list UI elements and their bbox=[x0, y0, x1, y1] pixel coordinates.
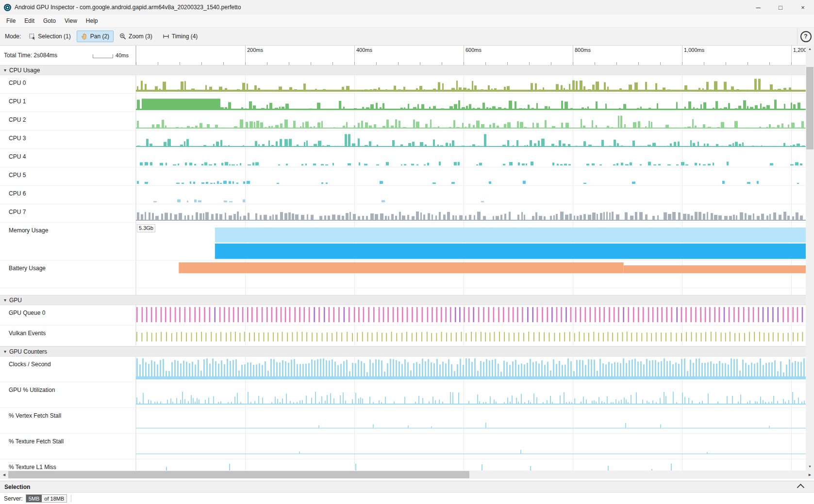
window-title: Android GPU Inspector - com.google.andro… bbox=[15, 4, 241, 11]
track-row-cpu-2: CPU 2 bbox=[0, 112, 806, 130]
horizontal-scroll-thumb[interactable] bbox=[8, 471, 469, 478]
menu-file[interactable]: File bbox=[2, 15, 20, 27]
timing-icon bbox=[163, 33, 169, 40]
section-header-gpu[interactable]: ▾GPU bbox=[0, 295, 806, 305]
mode-buttons: Selection (1)Pan (2)Zoom (3)Timing (4) bbox=[25, 31, 203, 42]
pan-mode-button[interactable]: Pan (2) bbox=[77, 31, 114, 42]
menu-goto[interactable]: Goto bbox=[39, 15, 60, 27]
tool-button-label: Timing (4) bbox=[172, 33, 198, 40]
pan-icon bbox=[81, 33, 88, 40]
app-logo-icon bbox=[4, 4, 11, 11]
track-name: CPU 5 bbox=[9, 172, 26, 179]
section-label: GPU Counters bbox=[9, 348, 47, 355]
spacer-label-cell bbox=[0, 288, 136, 295]
track-name: Battery Usage bbox=[9, 265, 46, 272]
menu-help[interactable]: Help bbox=[82, 15, 102, 27]
ruler-area[interactable]: 200ms400ms600ms800ms1,000ms1,200ms bbox=[136, 46, 806, 65]
track-label-battery-usage: Battery Usage bbox=[0, 260, 136, 288]
server-label: Server: bbox=[4, 495, 23, 502]
zoom-mode-button[interactable]: Zoom (3) bbox=[115, 31, 157, 42]
menu-edit[interactable]: Edit bbox=[20, 15, 39, 27]
selection-panel-title: Selection bbox=[4, 484, 30, 490]
minimize-button[interactable]: ─ bbox=[747, 0, 769, 15]
track-label-vulkan-events: Vulkan Events bbox=[0, 325, 136, 346]
track-chart-gpu-queue-0[interactable] bbox=[136, 305, 806, 325]
track-chart-battery-usage[interactable] bbox=[136, 260, 806, 288]
track-chart-vertex-fetch-stall[interactable] bbox=[136, 408, 806, 433]
horizontal-scroll-track[interactable] bbox=[8, 471, 806, 479]
maximize-button[interactable]: □ bbox=[769, 0, 792, 15]
track-label-gpu-queue-0: GPU Queue 0 bbox=[0, 305, 136, 325]
track-chart-clocks-second[interactable] bbox=[136, 357, 806, 382]
spacer-chart bbox=[136, 288, 806, 295]
memory-used-segment: 5MB bbox=[26, 495, 42, 502]
scroll-up-arrow-icon[interactable]: ▲ bbox=[806, 45, 814, 53]
track-label-vertex-fetch-stall: % Vertex Fetch Stall bbox=[0, 408, 136, 433]
track-row-cpu-0: CPU 0 bbox=[0, 75, 806, 94]
track-chart-cpu-5[interactable] bbox=[136, 167, 806, 185]
track-chart-texture-fetch-stall[interactable] bbox=[136, 434, 806, 459]
track-label-cpu-6: CPU 6 bbox=[0, 186, 136, 204]
track-chart-cpu-0[interactable] bbox=[136, 75, 806, 93]
track-name: Memory Usage bbox=[9, 227, 48, 234]
track-chart-gpu-utilization[interactable] bbox=[136, 382, 806, 407]
track-label-cpu-5: CPU 5 bbox=[0, 167, 136, 185]
track-chart-texture-l1-miss[interactable] bbox=[136, 459, 806, 471]
menu-bar: FileEditGotoViewHelp bbox=[0, 15, 814, 28]
server-memory-badge: 5MB of 18MB bbox=[26, 494, 67, 503]
track-row-vertex-fetch-stall: % Vertex Fetch Stall bbox=[0, 408, 806, 434]
selection-panel-header[interactable]: Selection bbox=[0, 481, 814, 492]
track-chart-memory-usage[interactable]: 5.3Gb bbox=[136, 223, 806, 260]
ruler-tick-label: 200ms bbox=[247, 47, 263, 53]
section-label: GPU bbox=[9, 297, 22, 304]
scroll-left-arrow-icon[interactable]: ◀ bbox=[0, 471, 8, 479]
help-button[interactable]: ? bbox=[797, 28, 814, 45]
section-header-gpu-counters[interactable]: ▾GPU Counters bbox=[0, 346, 806, 357]
track-name: CPU 7 bbox=[9, 209, 26, 215]
vertical-scrollbar[interactable]: ▲ ▼ bbox=[806, 45, 814, 471]
chevron-up-icon[interactable] bbox=[797, 484, 805, 491]
section-header-cpu-usage[interactable]: ▾CPU Usage bbox=[0, 65, 806, 75]
app-window: Android GPU Inspector - com.google.andro… bbox=[0, 0, 814, 504]
track-row-cpu-7: CPU 7 bbox=[0, 204, 806, 223]
scroll-down-arrow-icon[interactable]: ▼ bbox=[806, 462, 814, 471]
track-chart-cpu-6[interactable] bbox=[136, 186, 806, 204]
total-time-panel: Total Time: 2s084ms 40ms bbox=[0, 46, 136, 65]
track-row-vulkan-events: Vulkan Events bbox=[0, 325, 806, 346]
timing-mode-button[interactable]: Timing (4) bbox=[158, 31, 202, 42]
track-chart-cpu-2[interactable] bbox=[136, 112, 806, 130]
vertical-scroll-thumb[interactable] bbox=[806, 67, 814, 149]
horizontal-scrollbar[interactable]: ◀ ▶ bbox=[0, 471, 814, 479]
menu-view[interactable]: View bbox=[60, 15, 82, 27]
memory-value-label: 5.3Gb bbox=[137, 224, 155, 232]
track-row-gpu-queue-0: GPU Queue 0 bbox=[0, 305, 806, 325]
track-row-battery-usage: Battery Usage bbox=[0, 260, 806, 288]
track-row-clocks-second: Clocks / Second bbox=[0, 357, 806, 382]
track-label-gpu-utilization: GPU % Utilization bbox=[0, 382, 136, 407]
track-chart-cpu-3[interactable] bbox=[136, 130, 806, 148]
close-button[interactable]: × bbox=[792, 0, 814, 15]
track-label-cpu-2: CPU 2 bbox=[0, 112, 136, 130]
track-name: CPU 0 bbox=[9, 80, 26, 86]
track-chart-cpu-7[interactable] bbox=[136, 204, 806, 222]
track-label-memory-usage: Memory Usage bbox=[0, 223, 136, 260]
collapse-caret-icon: ▾ bbox=[4, 68, 6, 73]
statusbar-separator bbox=[71, 495, 71, 502]
track-row-cpu-6: CPU 6 bbox=[0, 186, 806, 204]
track-name: % Texture Fetch Stall bbox=[9, 438, 64, 445]
track-chart-cpu-1[interactable] bbox=[136, 94, 806, 112]
collapse-caret-icon: ▾ bbox=[4, 349, 6, 354]
help-icon: ? bbox=[800, 31, 812, 42]
track-label-texture-fetch-stall: % Texture Fetch Stall bbox=[0, 434, 136, 459]
ruler-tick-label: 600ms bbox=[465, 47, 482, 53]
collapse-caret-icon: ▾ bbox=[4, 298, 6, 303]
scroll-right-arrow-icon[interactable]: ▶ bbox=[806, 471, 814, 479]
tool-button-label: Pan (2) bbox=[90, 33, 109, 40]
track-row-gpu-utilization: GPU % Utilization bbox=[0, 382, 806, 408]
selection-mode-button[interactable]: Selection (1) bbox=[25, 31, 75, 42]
timeline-ruler[interactable]: Total Time: 2s084ms 40ms 200ms400ms600ms… bbox=[0, 46, 806, 65]
track-chart-cpu-4[interactable] bbox=[136, 149, 806, 167]
track-name: CPU 1 bbox=[9, 98, 26, 105]
tool-button-label: Zoom (3) bbox=[129, 33, 152, 40]
track-chart-vulkan-events[interactable] bbox=[136, 325, 806, 346]
